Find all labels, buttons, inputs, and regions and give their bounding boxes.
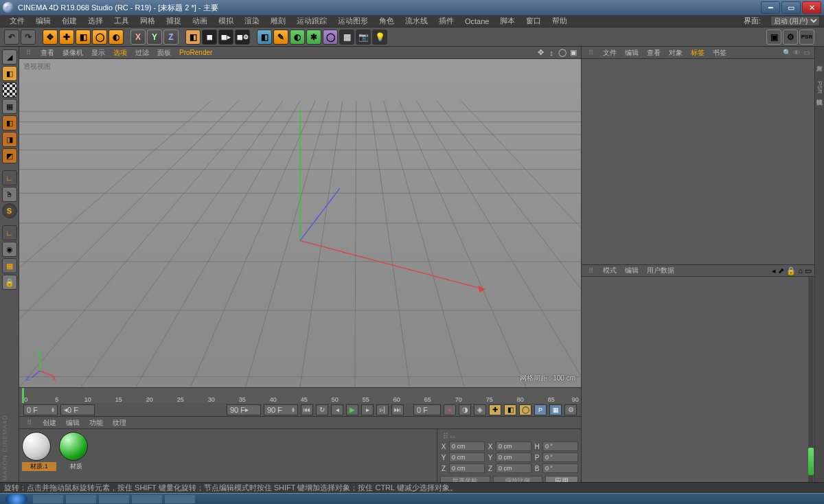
hud-layout2-button[interactable]: ⚙	[783, 30, 798, 45]
material-item[interactable]: 材质	[59, 432, 93, 479]
edge-mode-button[interactable]: ◨	[2, 132, 17, 147]
environment-button[interactable]: ▦	[339, 30, 354, 45]
texture-mode-button[interactable]	[2, 82, 17, 98]
prev-frame-button[interactable]: ◂	[331, 404, 343, 415]
size-y-field[interactable]: 0 cm	[496, 453, 531, 462]
window-close-button[interactable]: ✕	[802, 1, 821, 14]
view-maximize-icon[interactable]: ▣	[569, 48, 578, 58]
view-nav-rotate-icon[interactable]: ◯	[558, 48, 567, 58]
taskbar-item[interactable]	[66, 495, 96, 503]
side-strip-psr[interactable]: PSR转换属性	[815, 81, 824, 94]
point-mode-button[interactable]: ◧	[2, 115, 17, 130]
key-rotate-button[interactable]: ◯	[519, 404, 531, 415]
drag-handle-icon[interactable]: ⠿	[22, 49, 34, 56]
key-options-button[interactable]: ⚙	[564, 404, 577, 415]
hud-psr-button[interactable]: PSR	[799, 30, 814, 45]
camera-button[interactable]: 📷	[356, 30, 371, 45]
autokey-button[interactable]: ◑	[459, 404, 471, 415]
make-editable-button[interactable]: ◢	[2, 49, 17, 65]
pos-y-field[interactable]: 0 cm	[449, 453, 485, 462]
view-nav-pan-icon[interactable]: ✥	[536, 48, 545, 58]
object-manager[interactable]	[582, 59, 814, 264]
axis-x-toggle[interactable]: X	[130, 30, 146, 45]
deformer-button[interactable]: ◯	[323, 30, 338, 45]
material-name[interactable]: 材质	[59, 462, 93, 471]
menu-script[interactable]: 脚本	[494, 14, 520, 27]
view-tab-display[interactable]: 显示	[87, 48, 109, 58]
axis-z-toggle[interactable]: Z	[163, 30, 179, 45]
timeline-ruler[interactable]: 0 5 10 15 20 25 30 35 40 45 50 55 60 65 …	[19, 387, 581, 402]
lasttool-button[interactable]: ◐	[108, 30, 124, 45]
next-frame-button[interactable]: ▸	[361, 404, 374, 415]
mat-tab-function[interactable]: 功能	[84, 418, 108, 428]
scale-tool-button[interactable]: ◧	[76, 30, 91, 45]
lock-icon[interactable]: 🔒	[786, 266, 796, 275]
key-psr-pla-button[interactable]: ▦	[549, 404, 562, 415]
coord-system-button[interactable]: ◧	[185, 30, 201, 45]
nav-up-icon[interactable]: ⬈	[778, 266, 784, 275]
move-tool-button[interactable]: ✚	[59, 30, 74, 45]
material-preview-icon[interactable]	[22, 432, 51, 461]
menu-render[interactable]: 渲染	[239, 14, 265, 27]
menu-simulate[interactable]: 模拟	[213, 14, 239, 27]
primitive-cube-button[interactable]: ◧	[257, 30, 272, 45]
snap-toggle-button[interactable]: S	[2, 203, 17, 218]
obj-tab-edit[interactable]: 编辑	[621, 48, 643, 58]
rot-b-field[interactable]: 0 °	[542, 463, 578, 473]
taskbar-item[interactable]	[33, 495, 63, 503]
view-tab-prorender[interactable]: ProRender	[175, 49, 216, 56]
menu-octane[interactable]: Octane	[459, 16, 494, 27]
grid-settings-button[interactable]: ▦	[2, 258, 17, 273]
light-button[interactable]: 💡	[372, 30, 387, 45]
mat-tab-texture[interactable]: 纹理	[108, 418, 131, 428]
pos-x-field[interactable]: 0 cm	[449, 442, 485, 451]
obj-tab-tags[interactable]: 标签	[687, 48, 709, 58]
polygon-mode-button[interactable]: ◩	[2, 148, 17, 163]
menu-edit[interactable]: 编辑	[30, 14, 56, 27]
render-pv-button[interactable]: ▦▸	[218, 30, 233, 45]
obj-tab-object[interactable]: 对象	[665, 48, 687, 58]
workplane-lock-button[interactable]: ∟	[2, 225, 17, 240]
axis-y-toggle[interactable]: Y	[147, 30, 162, 45]
drag-handle-icon[interactable]: ⠿	[584, 49, 596, 56]
material-manager[interactable]: 材质.1 材质	[19, 429, 437, 482]
menu-character[interactable]: 角色	[374, 14, 400, 27]
view-tab-options[interactable]: 选项	[109, 48, 131, 58]
workplane-button[interactable]: ▦	[2, 99, 17, 114]
spline-pen-button[interactable]: ✎	[273, 30, 288, 45]
search-icon[interactable]: 🔍	[783, 49, 791, 57]
menu-create[interactable]: 创建	[56, 14, 82, 27]
menu-mograph[interactable]: 运动图形	[332, 14, 374, 27]
redo-button[interactable]: ↷	[21, 30, 36, 45]
start-button[interactable]	[5, 494, 27, 504]
taskbar-item[interactable]	[165, 495, 195, 503]
menu-tools[interactable]: 工具	[108, 14, 135, 27]
menu-animate[interactable]: 动画	[187, 14, 213, 27]
loop-button[interactable]: ↻	[316, 404, 328, 415]
view-tab-view[interactable]: 查看	[36, 48, 58, 58]
key-scale-button[interactable]: ◧	[504, 404, 516, 415]
material-item[interactable]: 材质.1	[22, 432, 56, 479]
menu-help[interactable]: 帮助	[547, 14, 573, 27]
goto-end-button[interactable]: ⏭	[391, 404, 404, 415]
layout-dropdown[interactable]: 启动 (用户)	[770, 16, 820, 26]
nav-back-icon[interactable]: ◂	[772, 266, 776, 275]
menu-pipeline[interactable]: 流水线	[400, 14, 433, 27]
material-preview-icon[interactable]	[59, 432, 88, 461]
drag-handle-icon[interactable]: ⠿	[584, 267, 596, 275]
menu-plugins[interactable]: 插件	[433, 14, 459, 27]
scrollbar-thumb[interactable]	[808, 448, 814, 475]
menu-snap[interactable]: 捕捉	[161, 14, 187, 27]
play-button[interactable]: ▶	[346, 404, 358, 415]
obj-tab-file[interactable]: 文件	[599, 48, 621, 58]
os-taskbar[interactable]	[0, 493, 824, 504]
model-mode-button[interactable]: ◧	[2, 66, 17, 81]
key-psr-p-button[interactable]: P	[534, 404, 547, 415]
render-settings-button[interactable]: ▦⚙	[235, 30, 250, 45]
taskbar-item[interactable]	[132, 495, 162, 503]
eye-icon[interactable]: 👁	[793, 49, 801, 57]
taskbar-item[interactable]	[99, 495, 129, 503]
menu-window[interactable]: 窗口	[520, 14, 547, 27]
view-nav-zoom-icon[interactable]: ↕	[547, 48, 556, 58]
size-z-field[interactable]: 0 cm	[496, 463, 531, 473]
